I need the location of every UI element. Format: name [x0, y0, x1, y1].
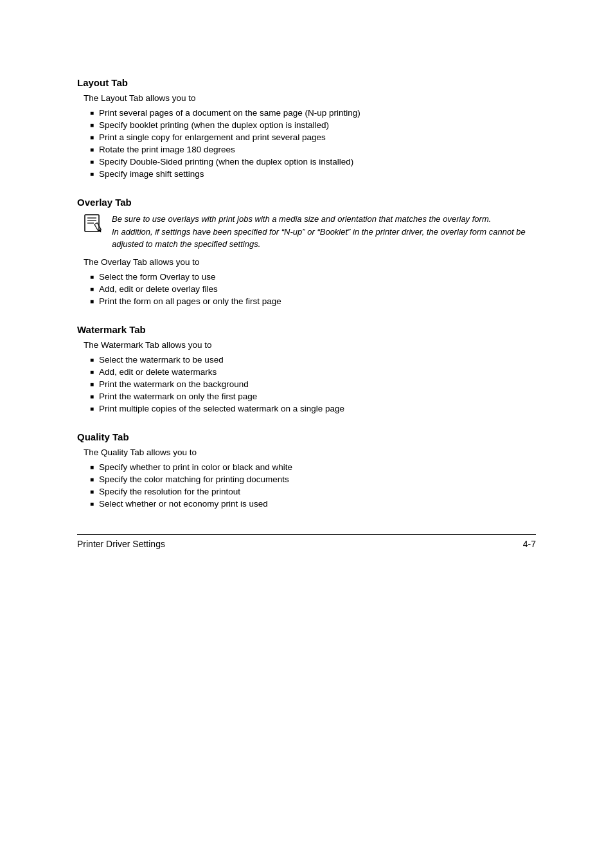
layout-section: Layout Tab The Layout Tab allows you to …	[77, 77, 536, 179]
layout-title: Layout Tab	[77, 77, 536, 88]
svg-rect-4	[94, 223, 101, 231]
overlay-intro: The Overlay Tab allows you to	[84, 257, 536, 267]
watermark-section: Watermark Tab The Watermark Tab allows y…	[77, 324, 536, 413]
list-item: Print the watermark on only the first pa…	[90, 392, 536, 401]
list-item: Add, edit or delete overlay files	[90, 284, 536, 294]
list-item: Specify booklet printing (when the duple…	[90, 120, 536, 130]
layout-bullet-list: Print several pages of a document on the…	[90, 108, 536, 179]
list-item: Print multiple copies of the selected wa…	[90, 404, 536, 413]
quality-section: Quality Tab The Quality Tab allows you t…	[77, 431, 536, 509]
quality-intro: The Quality Tab allows you to	[84, 448, 536, 457]
footer-left-text: Printer Driver Settings	[77, 539, 165, 549]
list-item: Specify the color matching for printing …	[90, 475, 536, 484]
list-item: Print the watermark on the background	[90, 379, 536, 389]
list-item: Specify image shift settings	[90, 169, 536, 179]
watermark-intro: The Watermark Tab allows you to	[84, 340, 536, 350]
quality-bullet-list: Specify whether to print in color or bla…	[90, 462, 536, 509]
list-item: Rotate the print image 180 degrees	[90, 145, 536, 154]
list-item: Select the form Overlay to use	[90, 272, 536, 282]
list-item: Select the watermark to be used	[90, 355, 536, 365]
list-item: Specify the resolution for the printout	[90, 487, 536, 496]
footer-page-number: 4-7	[523, 539, 536, 549]
list-item: Print the form on all pages or only the …	[90, 296, 536, 306]
watermark-title: Watermark Tab	[77, 324, 536, 335]
list-item: Print several pages of a document on the…	[90, 108, 536, 118]
layout-intro: The Layout Tab allows you to	[84, 93, 536, 103]
overlay-note: Be sure to use overlays with print jobs …	[84, 213, 536, 251]
list-item: Specify whether to print in color or bla…	[90, 462, 536, 472]
list-item: Specify Double-Sided printing (when the …	[90, 157, 536, 167]
list-item: Select whether or not economy print is u…	[90, 499, 536, 509]
page-footer: Printer Driver Settings 4-7	[77, 534, 536, 549]
overlay-title: Overlay Tab	[77, 197, 536, 208]
note-icon	[84, 214, 105, 233]
quality-title: Quality Tab	[77, 431, 536, 442]
overlay-note-text: Be sure to use overlays with print jobs …	[112, 213, 536, 251]
watermark-bullet-list: Select the watermark to be used Add, edi…	[90, 355, 536, 413]
overlay-bullet-list: Select the form Overlay to use Add, edit…	[90, 272, 536, 306]
list-item: Add, edit or delete watermarks	[90, 367, 536, 377]
overlay-section: Overlay Tab Be sure to use overlays with…	[77, 197, 536, 306]
list-item: Print a single copy for enlargement and …	[90, 132, 536, 142]
page: Layout Tab The Layout Tab allows you to …	[0, 0, 613, 868]
